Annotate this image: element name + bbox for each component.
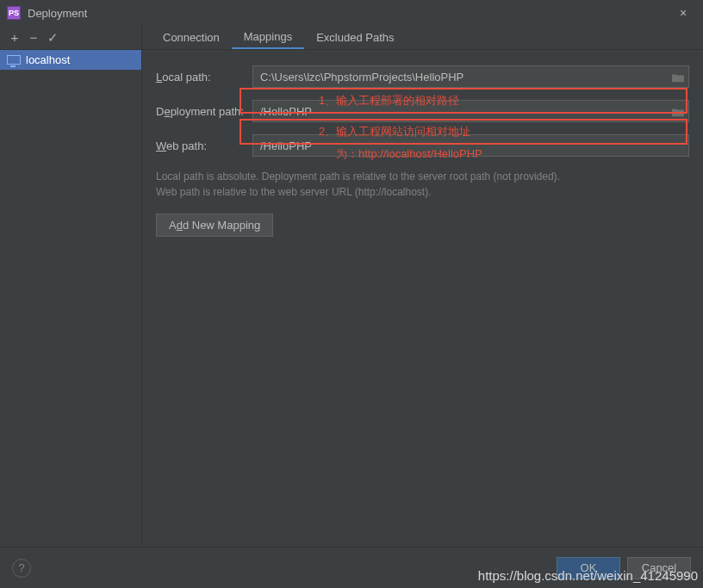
tab-mappings[interactable]: Mappings	[232, 26, 304, 49]
add-new-mapping-button[interactable]: Add New Mapping	[156, 214, 273, 237]
footer: ? OK Cancel	[0, 547, 703, 588]
sidebar: + − ✓ localhost	[0, 26, 142, 547]
server-item-localhost[interactable]: localhost	[0, 50, 141, 70]
close-icon[interactable]: ×	[670, 0, 696, 26]
web-path-label: Web path:	[156, 139, 252, 152]
titlebar: PS Deployment ×	[0, 0, 703, 26]
deployment-path-label: Deployment path:	[156, 105, 252, 118]
form-area: Local path: Deployment path:	[142, 50, 703, 252]
cancel-button[interactable]: Cancel	[627, 557, 691, 579]
web-path-input[interactable]	[252, 134, 689, 157]
tabs: Connection Mappings Excluded Paths	[142, 26, 703, 50]
folder-icon[interactable]	[672, 107, 684, 116]
row-local-path: Local path:	[156, 65, 689, 88]
tab-connection[interactable]: Connection	[151, 26, 232, 49]
row-deployment-path: Deployment path:	[156, 100, 689, 122]
row-web-path: Web path:	[156, 134, 689, 157]
remove-server-icon[interactable]: −	[24, 30, 43, 45]
server-name: localhost	[26, 53, 70, 66]
sidebar-toolbar: + − ✓	[0, 26, 141, 50]
tab-excluded-paths[interactable]: Excluded Paths	[304, 26, 406, 49]
add-server-icon[interactable]: +	[5, 30, 24, 45]
monitor-icon	[7, 55, 21, 65]
main-area: + − ✓ localhost Connection Mappings Excl…	[0, 26, 703, 547]
check-icon[interactable]: ✓	[43, 30, 62, 46]
help-button[interactable]: ?	[12, 559, 31, 578]
folder-icon[interactable]	[672, 72, 684, 82]
window-title: Deployment	[28, 7, 87, 20]
local-path-label: Local path:	[156, 71, 252, 84]
ok-button[interactable]: OK	[557, 557, 620, 579]
help-text: Local path is absolute. Deployment path …	[156, 169, 689, 200]
deployment-path-input[interactable]	[252, 100, 689, 122]
content: Connection Mappings Excluded Paths Local…	[142, 26, 703, 547]
app-icon: PS	[7, 6, 21, 20]
local-path-input[interactable]	[252, 65, 689, 88]
